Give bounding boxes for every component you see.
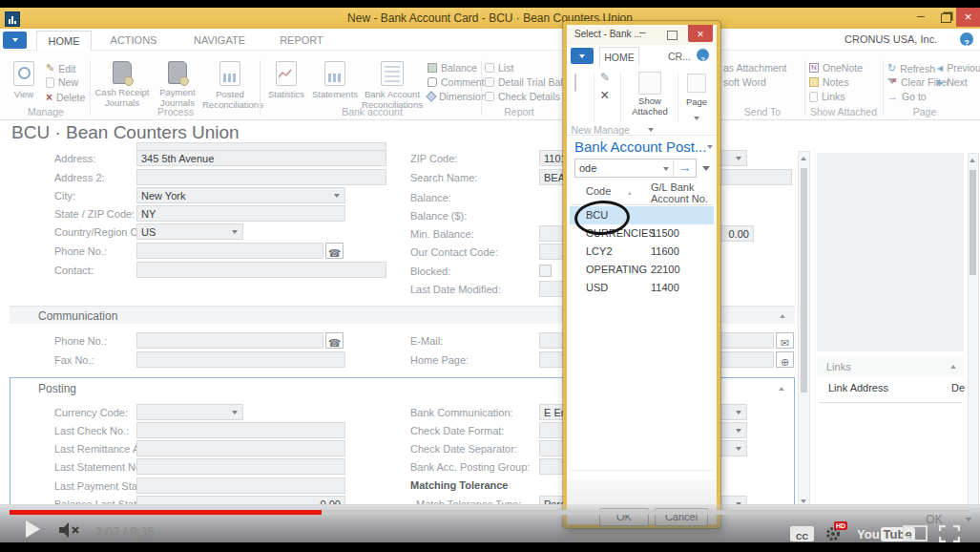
dialog-delete-icon[interactable]: ×: [600, 87, 609, 104]
last-check-field[interactable]: [136, 422, 345, 438]
dialog-minimize-icon[interactable]: –: [639, 26, 646, 39]
play-button[interactable]: [26, 520, 40, 538]
statements-button[interactable]: Statements: [310, 61, 360, 99]
dialog-titlebar[interactable]: Select - Bank ... – ×: [567, 25, 717, 45]
city-field[interactable]: New York: [136, 187, 345, 203]
table-row[interactable]: LCY2 11600: [570, 243, 714, 261]
chevron-down-icon[interactable]: [232, 230, 238, 234]
dialog-filter-box[interactable]: ode →: [574, 159, 697, 178]
posted-reconciliations-button[interactable]: Posted Reconciliations: [202, 61, 258, 110]
tab-actions[interactable]: ACTIONS: [99, 31, 168, 50]
notes-button[interactable]: Notes: [809, 76, 848, 88]
phone-button[interactable]: ☎: [325, 243, 344, 259]
chevron-down-icon[interactable]: [736, 447, 741, 451]
minimize-icon[interactable]: –: [912, 8, 929, 23]
email-button[interactable]: ✉: [776, 332, 794, 349]
check-details-button[interactable]: Check Details: [485, 91, 560, 102]
factbox-scrollbar[interactable]: [968, 153, 979, 528]
form-scrollbar[interactable]: [798, 151, 810, 509]
chevron-down-icon[interactable]: [334, 194, 340, 198]
cc-button[interactable]: CC: [790, 526, 814, 541]
phone-field[interactable]: [136, 243, 323, 259]
onenote-button[interactable]: N OneNote: [809, 62, 863, 74]
dialog-show-attached-button[interactable]: Show Attached: [624, 70, 676, 125]
view-button[interactable]: View: [6, 61, 42, 99]
dialog-new-icon[interactable]: [574, 74, 576, 92]
contact-field[interactable]: [136, 262, 386, 278]
country-field[interactable]: US: [136, 223, 243, 240]
heading-dropdown-icon[interactable]: [707, 145, 713, 149]
last-payment-statement-field[interactable]: [136, 478, 345, 494]
window-titlebar[interactable]: New - Bank Account Card - BCU · Bean Cou…: [0, 8, 980, 29]
new-button[interactable]: New: [46, 76, 78, 88]
balance-button[interactable]: Balance: [427, 62, 477, 74]
tab-navigate[interactable]: NAVIGATE: [181, 31, 258, 50]
edit-button[interactable]: ✎ Edit: [46, 62, 75, 74]
table-row[interactable]: OPERATING 22100: [570, 261, 714, 279]
dialog-restore-icon[interactable]: [667, 31, 678, 40]
dialog-close-button[interactable]: ×: [688, 25, 713, 42]
tab-report[interactable]: REPORT: [271, 31, 332, 50]
dialog-help-button[interactable]: ?: [697, 49, 709, 61]
list-button[interactable]: List: [485, 62, 513, 74]
progress-track[interactable]: [10, 510, 970, 515]
field-sliver-top[interactable]: [136, 142, 386, 150]
statistics-button[interactable]: Statistics: [264, 61, 308, 99]
chevron-down-icon[interactable]: [232, 411, 238, 414]
dialog-tab-home[interactable]: HOME: [599, 47, 639, 66]
scroll-down-icon[interactable]: [801, 499, 806, 503]
comm-phone-button[interactable]: ☎: [325, 332, 344, 349]
chevron-down-icon[interactable]: [736, 411, 741, 414]
dialog-page-button[interactable]: Page: [679, 70, 714, 125]
collapse-icon[interactable]: [780, 314, 785, 318]
filter-value[interactable]: ode: [579, 162, 596, 174]
comm-phone-field[interactable]: [136, 332, 323, 349]
help-button[interactable]: ?: [960, 32, 973, 46]
restore-icon[interactable]: [941, 13, 951, 23]
scroll-up-icon[interactable]: [970, 159, 975, 162]
dialog-edit-list-icon[interactable]: ✎: [600, 71, 610, 84]
scrollbar-thumb[interactable]: [801, 168, 807, 393]
settings-button[interactable]: HD: [825, 525, 844, 542]
state-field[interactable]: NY: [136, 205, 345, 222]
column-header-gl-bank-account-no[interactable]: G/L Bank Account No.: [651, 181, 710, 204]
chevron-down-icon[interactable]: [736, 157, 741, 160]
delete-button[interactable]: × Delete: [46, 91, 85, 104]
table-row[interactable]: USD 11400: [570, 279, 714, 297]
column-header-code[interactable]: Code: [586, 185, 611, 197]
links-button[interactable]: Links: [809, 91, 845, 102]
dialog-app-menu-button[interactable]: [571, 48, 594, 64]
scrollbar-thumb[interactable]: [970, 170, 976, 275]
previous-button[interactable]: ◀ Previous: [937, 62, 980, 74]
app-menu-button[interactable]: [3, 32, 27, 49]
filter-go-icon[interactable]: →: [678, 160, 691, 175]
company-name[interactable]: CRONUS USA, Inc.: [844, 33, 937, 45]
currency-field[interactable]: [136, 404, 243, 420]
collapse-icon[interactable]: [779, 387, 784, 391]
refresh-button[interactable]: ↻ Refresh: [887, 62, 935, 74]
close-button[interactable]: ×: [956, 8, 980, 27]
cash-receipt-journals-button[interactable]: Cash Receipt Journals: [94, 61, 151, 108]
links-section-header[interactable]: Links: [817, 357, 964, 376]
address2-field[interactable]: [136, 169, 386, 185]
homepage-button[interactable]: ⊕: [776, 351, 794, 368]
links-col-link-address[interactable]: Link Address: [828, 382, 888, 393]
last-remittance-field[interactable]: [136, 440, 345, 456]
goto-button[interactable]: → Go to: [887, 91, 927, 102]
email-attachment-button[interactable]: as Attachment: [723, 62, 787, 74]
filter-pane-chevron-icon[interactable]: [702, 166, 710, 171]
chevron-down-icon[interactable]: [736, 429, 741, 433]
blocked-checkbox[interactable]: [539, 265, 552, 277]
collapse-icon[interactable]: [950, 365, 956, 369]
volume-muted-button[interactable]: [59, 522, 82, 541]
address-field[interactable]: 345 5th Avenue: [136, 150, 386, 166]
last-statement-field[interactable]: [136, 458, 345, 475]
payment-journals-button[interactable]: Payment Journals: [153, 61, 202, 108]
fax-field[interactable]: [136, 351, 345, 368]
scroll-up-icon[interactable]: [801, 157, 806, 160]
links-col-description[interactable]: De: [951, 382, 965, 393]
next-button[interactable]: ▶ Next: [937, 76, 968, 88]
tab-home[interactable]: HOME: [36, 31, 92, 51]
filter-dropdown-icon[interactable]: [663, 167, 669, 171]
bank-account-reconciliations-button[interactable]: Bank Account Reconciliations: [361, 61, 424, 110]
